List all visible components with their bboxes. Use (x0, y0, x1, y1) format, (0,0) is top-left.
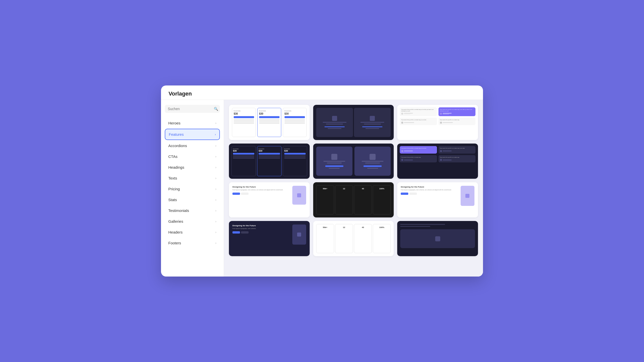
card-pricing-light[interactable]: Essentials $30 (229, 105, 310, 140)
sidebar-item-testimonials[interactable]: Testimonials › (165, 205, 220, 216)
app-title: Vorlagen (169, 90, 192, 97)
card-dark-feature[interactable] (313, 105, 394, 140)
card-dark-layout[interactable] (313, 144, 394, 179)
chevron-icon: › (215, 121, 216, 125)
sidebar-item-ctas[interactable]: CTAs › (165, 151, 220, 162)
sidebar-item-footers[interactable]: Footers › (165, 238, 220, 248)
card-stats-light[interactable]: 50k+ 12 43 100% (313, 221, 394, 256)
chevron-icon: › (215, 144, 216, 148)
card-preview (313, 105, 394, 140)
chevron-icon: › (215, 231, 216, 234)
card-preview: If you want to live your life in a creat… (397, 105, 478, 140)
chevron-icon: › (215, 166, 216, 169)
card-preview: If you want to live your life in a creat… (397, 144, 478, 179)
card-preview: Designing for the Future From layout to … (397, 182, 478, 217)
chevron-icon: › (215, 187, 216, 191)
app-body: 🔍 Heroes › Features › Accordions › CTAs … (161, 100, 483, 277)
sidebar-item-pricing[interactable]: Pricing › (165, 184, 220, 194)
sidebar: 🔍 Heroes › Features › Accordions › CTAs … (161, 100, 224, 277)
chevron-icon: › (215, 209, 216, 212)
card-preview: Essentials $30 (229, 105, 310, 140)
card-testimonials-light[interactable]: If you want to live your life in a creat… (397, 105, 478, 140)
card-feature-light-2[interactable]: Designing for the Future From layout to … (397, 182, 478, 217)
card-pricing-dark[interactable]: Essentials $30 Essentials (229, 144, 310, 179)
card-feature-light[interactable]: Designing for the Future From layout to … (229, 182, 310, 217)
search-input[interactable] (168, 107, 212, 111)
card-dark-bottom[interactable] (397, 221, 478, 256)
sidebar-item-stats[interactable]: Stats › (165, 195, 220, 205)
app-window: Vorlagen 🔍 Heroes › Features › Accordion… (161, 85, 483, 277)
sidebar-item-heroes[interactable]: Heroes › (165, 118, 220, 128)
card-preview: Designing for the Future From layout to … (229, 221, 310, 256)
sidebar-item-accordions[interactable]: Accordions › (165, 141, 220, 151)
search-box[interactable]: 🔍 (165, 105, 220, 113)
card-stats-dark[interactable]: 50k+ 12 43 100% (313, 182, 394, 217)
template-grid: Essentials $30 (229, 105, 478, 256)
chevron-icon: › (215, 241, 216, 245)
chevron-icon: › (215, 220, 216, 223)
sidebar-item-texts[interactable]: Texts › (165, 173, 220, 183)
card-preview: 50k+ 12 43 100% (313, 221, 394, 256)
card-feature-dark-bottom[interactable]: Designing for the Future From layout to … (229, 221, 310, 256)
search-icon: 🔍 (214, 107, 218, 111)
chevron-icon: › (215, 133, 216, 136)
chevron-icon: › (215, 155, 216, 158)
sidebar-item-galleries[interactable]: Galleries › (165, 216, 220, 227)
card-preview: Designing for the Future From layout to … (229, 182, 310, 217)
pricing-col-2: Essentials $30 (257, 108, 281, 137)
pricing-col-3: Essentials $30 (283, 108, 307, 137)
app-header: Vorlagen (161, 85, 483, 100)
card-preview: 50k+ 12 43 100% (313, 182, 394, 217)
sidebar-item-features[interactable]: Features › (165, 129, 220, 140)
card-preview (397, 221, 478, 256)
main-content: Essentials $30 (224, 100, 483, 277)
pricing-col-1: Essentials $30 (232, 108, 256, 137)
chevron-icon: › (215, 198, 216, 202)
chevron-icon: › (215, 176, 216, 180)
sidebar-item-headings[interactable]: Headings › (165, 162, 220, 172)
card-preview: Essentials $30 Essentials (229, 144, 310, 179)
card-testimonials-dark[interactable]: If you want to live your life in a creat… (397, 144, 478, 179)
card-preview (313, 144, 394, 179)
sidebar-item-headers[interactable]: Headers › (165, 227, 220, 237)
